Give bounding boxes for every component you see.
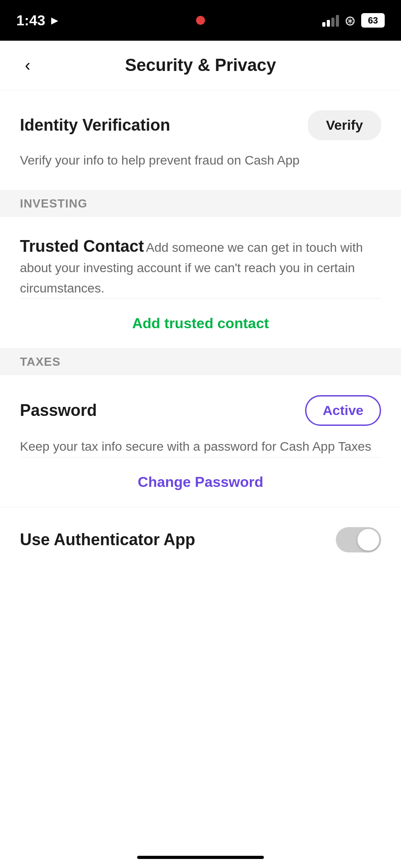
verify-button[interactable]: Verify <box>308 110 381 140</box>
trusted-contact-title: Trusted Contact <box>20 237 144 255</box>
signal-bar-4 <box>336 15 339 27</box>
identity-title: Identity Verification <box>20 116 170 135</box>
dynamic-island <box>142 7 259 34</box>
page-wrapper: 1:43 ► ⊛ 63 ‹ Security & Privacy <box>0 0 401 868</box>
change-password-link[interactable]: Change Password <box>138 474 263 491</box>
taxes-label: TAXES <box>20 355 61 369</box>
signal-bars-icon <box>322 14 339 27</box>
battery-indicator: 63 <box>361 13 385 28</box>
status-icons: ⊛ 63 <box>322 13 385 28</box>
back-chevron-icon: ‹ <box>25 57 30 74</box>
page-title: Security & Privacy <box>125 56 276 75</box>
active-badge: Active <box>305 395 381 426</box>
signal-bar-3 <box>331 18 334 27</box>
password-description: Keep your tax info secure with a passwor… <box>20 439 371 453</box>
trusted-contact-section: Trusted Contact Add someone we can get i… <box>0 217 401 348</box>
wifi-icon: ⊛ <box>344 13 356 28</box>
password-section: Password Active Keep your tax info secur… <box>0 375 401 507</box>
recording-indicator <box>196 16 205 25</box>
authenticator-toggle[interactable] <box>336 527 381 552</box>
change-password-row[interactable]: Change Password <box>20 457 381 507</box>
taxes-separator: TAXES <box>0 348 401 375</box>
status-bar: 1:43 ► ⊛ 63 <box>0 0 401 41</box>
identity-description: Verify your info to help prevent fraud o… <box>20 151 381 170</box>
password-header-row: Password Active <box>20 395 381 426</box>
identity-header-row: Identity Verification Verify <box>20 110 381 140</box>
add-trusted-contact-link[interactable]: Add trusted contact <box>132 315 269 332</box>
toggle-knob <box>358 529 379 551</box>
investing-separator: INVESTING <box>0 190 401 217</box>
signal-bar-2 <box>327 20 330 27</box>
status-time: 1:43 ► <box>16 12 61 29</box>
location-icon: ► <box>49 14 61 28</box>
clock-time: 1:43 <box>16 12 45 29</box>
password-title: Password <box>20 401 97 420</box>
authenticator-title: Use Authenticator App <box>20 530 195 549</box>
home-indicator <box>137 856 264 859</box>
page-header: ‹ Security & Privacy <box>0 41 401 90</box>
investing-label: INVESTING <box>20 197 87 211</box>
add-trusted-contact-row[interactable]: Add trusted contact <box>20 298 381 348</box>
back-button[interactable]: ‹ <box>16 54 39 77</box>
authenticator-section: Use Authenticator App <box>0 507 401 572</box>
identity-verification-section: Identity Verification Verify Verify your… <box>0 90 401 190</box>
signal-bar-1 <box>322 22 325 27</box>
